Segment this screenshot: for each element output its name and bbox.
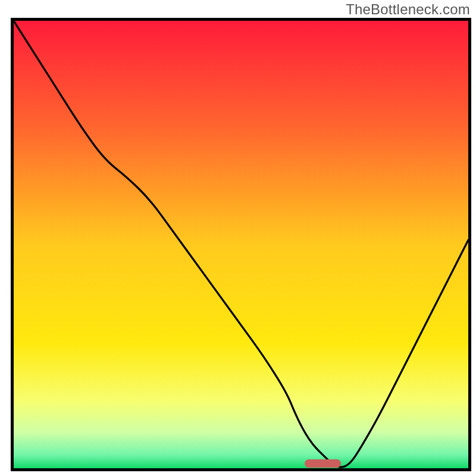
watermark-text: TheBottleneck.com bbox=[346, 1, 470, 18]
optimal-marker bbox=[305, 459, 341, 468]
bottleneck-curve bbox=[14, 21, 468, 468]
plot-area bbox=[11, 18, 471, 471]
